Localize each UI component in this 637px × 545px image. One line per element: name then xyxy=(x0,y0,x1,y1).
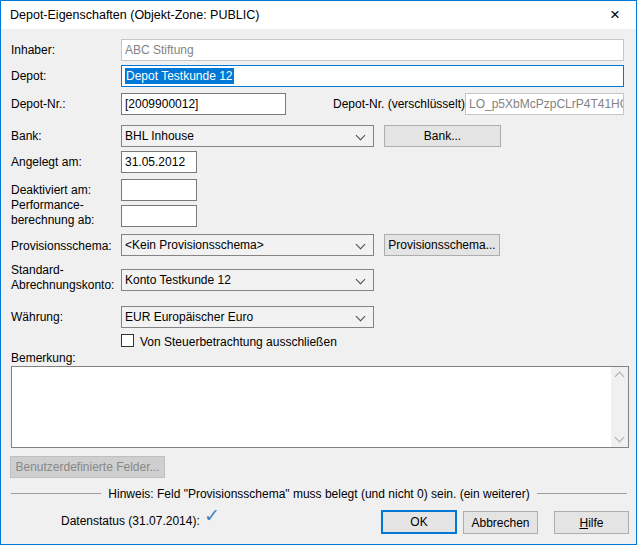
abrechnungskonto-label: Standard-Abrechnungskonto: xyxy=(11,263,114,293)
inhaber-field: ABC Stiftung xyxy=(121,39,624,61)
bank-button[interactable]: Bank... xyxy=(384,125,501,147)
waehrung-combobox[interactable]: EUR Europäischer Euro xyxy=(121,306,374,328)
vertical-scrollbar[interactable] xyxy=(611,367,628,447)
bank-combobox-value: BHL Inhouse xyxy=(125,129,194,143)
cancel-button[interactable]: Abbrechen xyxy=(463,511,538,534)
scroll-down-icon[interactable] xyxy=(615,433,625,443)
bank-label: Bank: xyxy=(11,129,42,144)
close-icon[interactable]: × xyxy=(604,4,626,26)
abrechnungskonto-combobox-value: Konto Testkunde 12 xyxy=(125,273,231,287)
performance-label: Performance-berechnung ab: xyxy=(11,198,94,228)
provisionsschema-combobox-value: <Kein Provisionsschema> xyxy=(125,238,264,252)
depot-field-selected-text: Depot Testkunde 12 xyxy=(125,68,234,84)
bank-combobox[interactable]: BHL Inhouse xyxy=(121,125,374,147)
chevron-down-icon xyxy=(356,275,366,285)
separator-line xyxy=(11,493,101,494)
chevron-down-icon xyxy=(356,312,366,322)
chevron-down-icon xyxy=(356,131,366,141)
bemerkung-label: Bemerkung: xyxy=(11,351,76,366)
dialog-title: Depot-Eigenschaften (Objekt-Zone: PUBLIC… xyxy=(10,8,259,22)
performance-field[interactable] xyxy=(121,205,197,227)
angelegt-am-field[interactable]: 31.05.2012 xyxy=(121,151,197,173)
title-bar: Depot-Eigenschaften (Objekt-Zone: PUBLIC… xyxy=(1,1,636,29)
angelegt-am-label: Angelegt am: xyxy=(11,155,82,170)
datenstatus-label: Datenstatus (31.07.2014): xyxy=(61,514,200,529)
waehrung-combobox-value: EUR Europäischer Euro xyxy=(125,310,253,324)
steuer-checkbox[interactable] xyxy=(121,334,134,347)
waehrung-label: Währung: xyxy=(11,310,63,325)
depot-nr-enc-label: Depot-Nr. (verschlüsselt): xyxy=(333,97,468,112)
provisionsschema-combobox[interactable]: <Kein Provisionsschema> xyxy=(121,234,374,256)
depot-label: Depot: xyxy=(11,69,46,84)
depot-properties-dialog: Depot-Eigenschaften (Objekt-Zone: PUBLIC… xyxy=(0,0,637,545)
provisionsschema-button[interactable]: Provisionsschema... xyxy=(384,234,500,256)
chevron-down-icon xyxy=(356,240,366,250)
hinweis-text: Hinweis: Feld "Provisionsschema" muss be… xyxy=(108,487,529,501)
provisionsschema-label: Provisionsschema: xyxy=(11,239,112,254)
hinweis-separator: Hinweis: Feld "Provisionsschema" muss be… xyxy=(11,486,627,501)
deaktiviert-am-label: Deaktiviert am: xyxy=(11,183,91,198)
scroll-up-icon[interactable] xyxy=(615,372,625,382)
deaktiviert-am-field[interactable] xyxy=(121,179,197,201)
depot-field[interactable]: Depot Testkunde 12 xyxy=(121,65,624,87)
inhaber-label: Inhaber: xyxy=(11,43,55,58)
depot-nr-label: Depot-Nr.: xyxy=(11,97,66,112)
help-button[interactable]: Hilfe xyxy=(554,511,629,534)
depot-nr-enc-field: LO_p5XbMcPzpCLrP4T41HQ xyxy=(465,93,624,115)
separator-line xyxy=(537,493,627,494)
abrechnungskonto-combobox[interactable]: Konto Testkunde 12 xyxy=(121,269,374,291)
benutzerdefinierte-felder-button: Benutzerdefinierte Felder... xyxy=(10,456,165,478)
ok-button[interactable]: OK xyxy=(381,510,457,534)
steuer-checkbox-label: Von Steuerbetrachtung ausschließen xyxy=(140,335,337,350)
checkmark-icon: ✓ xyxy=(204,504,220,527)
depot-nr-field[interactable]: [2009900012] xyxy=(121,93,286,115)
bemerkung-textarea[interactable] xyxy=(11,366,629,448)
